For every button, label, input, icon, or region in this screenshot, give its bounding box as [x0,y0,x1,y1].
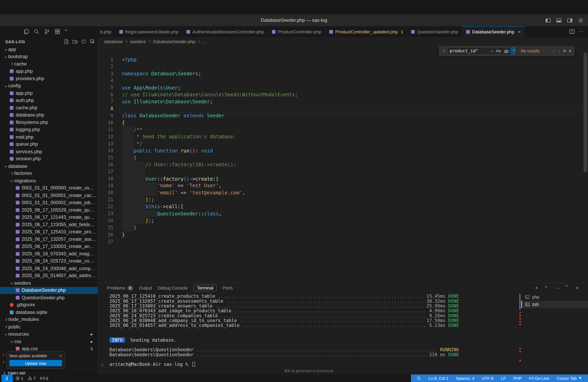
tree-folder-node-modules[interactable]: node_modules [0,316,98,323]
breadcrumb-item-item[interactable]: … [202,39,207,44]
refresh-explorer-icon[interactable] [81,39,86,44]
new-folder-icon[interactable] [72,39,78,44]
panel-tab-output[interactable]: Output [139,285,152,291]
tab-productcontroller-php[interactable]: ProductController.php [268,26,325,37]
tree-folder-app[interactable]: app [0,46,98,53]
tree-file-2025-06-17-125410-create-products[interactable]: 2025_06_17_125410_create_products… [0,228,98,236]
source-control-icon[interactable] [44,29,50,34]
tree-folder-cache[interactable]: cache [0,60,98,68]
toggle-primary-sidebar-icon[interactable] [545,17,551,23]
toggle-replace-chevron-icon[interactable] [442,50,445,52]
collapse-folders-icon[interactable] [90,39,95,44]
tree-folder-database[interactable]: database [0,163,98,170]
extensions-icon[interactable] [55,29,60,34]
tree-file-0001-01-01-000000-create-users-ta[interactable]: 0001_01_01_000000_create_users_ta… [0,184,98,192]
encoding[interactable]: UTF-8 [480,376,495,381]
tree-file-app-php[interactable]: app.php [0,90,98,97]
breadcrumb-item-seeders[interactable]: seeders [130,39,146,44]
tree-file-cache-php[interactable]: cache.php [0,104,98,112]
eol[interactable]: LF [499,376,508,381]
tree-file-2025-06-24-025723-create-compan[interactable]: 2025_06_24_025723_create_compan… [0,258,98,265]
tree-file-mail-php[interactable]: mail.php [0,133,98,141]
tree-file-2025-06-25-014657-add-address-to[interactable]: 2025_06_25_014657_add_address_to… [0,272,98,280]
match-case-toggle[interactable]: Aa [495,48,502,53]
tree-file-services-php[interactable]: services.php [0,148,98,155]
go-live[interactable]: Go Live [527,376,551,381]
status-search[interactable] [415,376,423,381]
tree-file-2025-06-17-132057-create-assessme[interactable]: 2025_06_17_132057_create_assessme… [0,236,98,243]
find-next-icon[interactable]: ↓ [558,48,560,53]
find-close-icon[interactable]: × [569,48,571,53]
tree-folder-css[interactable]: css● [0,338,98,345]
collapsed-section-chevron-icon[interactable] [2,354,4,356]
error-count[interactable]: 1 [14,376,25,381]
tree-file-databaseseeder-php[interactable]: DatabaseSeeder.php [0,287,98,294]
tab-productcontroller-updated-php[interactable]: ProductController_updated.php1 [325,26,407,37]
new-terminal-icon[interactable]: + [535,285,541,291]
tree-file-2025-06-17-123055-add-fields-to-u[interactable]: 2025_06_17_123055_add_fields_to_u… [0,221,98,228]
tree-file-database-php[interactable]: database.php [0,112,98,119]
panel-tab-problems[interactable]: Problems8 [107,285,133,291]
tree-file-0001-01-01-000002-create-jobs-tab[interactable]: 0001_01_01_000002_create_jobs_tab… [0,199,98,206]
tab-authenticatedsessioncontroller-php[interactable]: AuthenticatedSessionController.php [183,26,268,37]
language-mode[interactable]: PHP [511,376,524,381]
tab-forgot-password-blade-php[interactable]: forgot-password.blade.php [116,26,183,37]
editor-scrollbar[interactable] [584,52,588,172]
tree-file-logging-php[interactable]: logging.php [0,126,98,134]
code-editor[interactable]: 1<?php23namespace Database\Seeders;45use… [98,46,588,283]
find-in-selection-icon[interactable]: ≡ [563,48,566,53]
whole-word-toggle[interactable]: ab [503,48,510,53]
tree-folder-factories[interactable]: factories [0,170,98,177]
find-history-chevron-icon[interactable] [491,49,494,52]
indentation[interactable]: Spaces: 4 [454,376,476,381]
tree-folder-config[interactable]: config [0,82,98,90]
update-now-button[interactable]: Update now [9,360,62,366]
terminal-instance-zsh[interactable]: zsh [521,301,588,308]
cursor-tab[interactable]: Cursor Tab [555,376,584,381]
tab-databaseseeder-php[interactable]: DatabaseSeeder.php× [462,26,525,37]
toast-close-icon[interactable]: × [59,354,62,358]
maximize-panel-icon[interactable] [566,285,571,291]
warning-count[interactable]: 7 [26,376,38,381]
tab-close-icon[interactable]: × [518,29,521,34]
remote-indicator[interactable] [1,375,13,382]
tree-folder-migrations[interactable]: migrations [0,177,98,185]
files-icon[interactable] [23,29,29,34]
cursor-position[interactable]: Ln 8, Col 1 [427,376,450,381]
tree-file-session-php[interactable]: session.php [0,155,98,163]
tree-file-filesystems-php[interactable]: filesystems.php [0,119,98,126]
tree-file-queue-php[interactable]: queue.php [0,141,98,148]
split-editor-icon[interactable] [569,29,575,34]
more-actions-icon[interactable]: ··· [579,29,584,34]
tree-file-questionseeder-php[interactable]: QuestionSeeder.php [0,294,98,301]
tree-folder-bootstrap[interactable]: bootstrap [0,53,98,60]
tree-file-app-php[interactable]: app.php [0,68,98,75]
tree-file-2025-06-24-030048-add-company[interactable]: 2025_06_24_030048_add_company_… [0,265,98,272]
tree-file-2025-06-17-133003-create-answers[interactable]: 2025_06_17_133003_create_answers_… [0,243,98,250]
terminal-profile-chevron-icon[interactable] [545,285,551,291]
tree-file-providers-php[interactable]: providers.php [0,75,98,82]
toggle-secondary-sidebar-icon[interactable] [567,17,573,23]
timeline-section-header[interactable]: TIMELINE [0,370,98,374]
search-icon[interactable] [34,29,39,34]
tree-file-auth-php[interactable]: auth.php [0,97,98,104]
find-previous-icon[interactable]: ↑ [553,48,555,53]
tab-b-php[interactable]: b.php [98,26,115,37]
breadcrumb-item-databaseseeder-php[interactable]: DatabaseSeeder.php [153,39,195,44]
tree-folder-public[interactable]: public [0,323,98,331]
more-views-chevron-icon[interactable] [65,29,71,34]
tree-folder-resources[interactable]: resources● [0,330,98,338]
tree-file-gitignore[interactable]: .gitignore [0,301,98,309]
find-input[interactable]: product_id" Aaab.* [447,47,518,54]
settings-gear-icon[interactable] [578,17,583,23]
tree-file-2025-06-17-105529-create-question[interactable]: 2025_06_17_105529_create_question… [0,206,98,214]
tree-file-0001-01-01-000001-create-cache-ta[interactable]: 0001_01_01_000001_create_cache_ta… [0,192,98,199]
tree-file-2025-06-18-070343-add-image-to[interactable]: 2025_06_18_070343_add_image_to_… [0,250,98,258]
terminal-output[interactable]: 2025_06_17_125410_create_products_table … [98,294,519,368]
terminal-scrollbar[interactable] [519,294,521,310]
close-panel-icon[interactable]: × [576,285,581,291]
regex-toggle[interactable]: .* [511,48,516,53]
breadcrumb-item-database[interactable]: database [104,39,123,44]
tree-file-2025-06-17-121443-create-questions[interactable]: 2025_06_17_121443_create_questions… [0,213,98,221]
ports-count[interactable]: 0 [38,376,50,381]
